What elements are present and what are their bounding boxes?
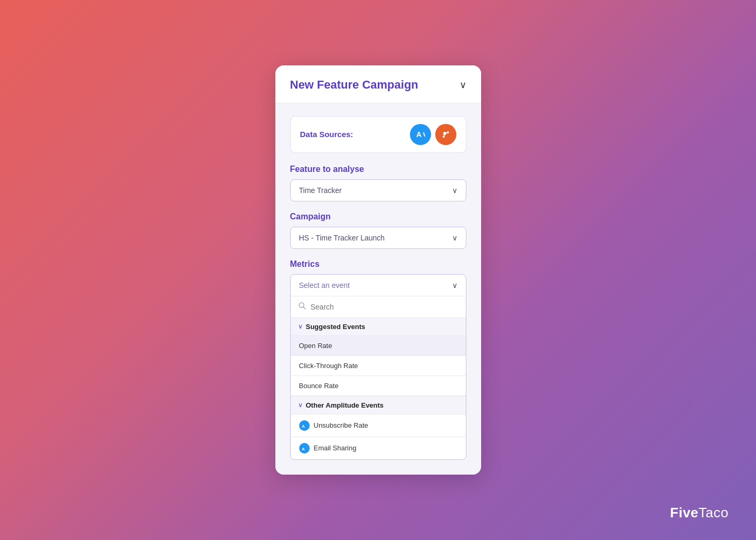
metrics-dropdown-chevron: ∨ [452,281,457,290]
feature-dropdown[interactable]: Time Tracker ∨ [290,179,466,201]
amplitude-icon[interactable]: A [410,124,431,145]
metrics-section: Metrics Select an event ∨ [290,259,466,460]
event-item-label: Bounce Rate [299,382,339,390]
campaign-selected-value: HS - Time Tracker Launch [299,234,385,242]
data-sources-label: Data Sources: [300,130,353,139]
amplitude-small-icon: A [299,420,310,431]
list-item[interactable]: Bounce Rate [291,376,466,396]
search-row [291,296,466,318]
card-title: New Feature Campaign [290,78,418,92]
amplitude-small-icon: A [299,443,310,454]
fivetaco-logo: FiveTaco [670,505,729,521]
amplitude-events-group-header[interactable]: ∨ Other Amplitude Events [291,396,466,414]
suggested-events-group-chevron: ∨ [298,323,303,330]
metrics-placeholder-text: Select an event [299,281,350,290]
feature-selected-value: Time Tracker [299,186,342,195]
metrics-event-dropdown-header[interactable]: Select an event ∨ [291,275,466,296]
metrics-section-label: Metrics [290,259,466,269]
svg-text:A: A [302,447,305,451]
svg-text:A: A [302,424,305,429]
list-item[interactable]: A Unsubscribe Rate [291,414,466,437]
hubspot-icon[interactable] [435,124,456,145]
fivetaco-light: Taco [698,505,729,520]
event-item-label: Unsubscribe Rate [314,421,368,429]
card-body: Data Sources: A [275,103,481,475]
event-item-label: Email Sharing [314,444,357,452]
search-input[interactable] [311,303,458,311]
feature-dropdown-chevron: ∨ [452,186,457,195]
svg-line-7 [303,307,305,309]
campaign-dropdown[interactable]: HS - Time Tracker Launch ∨ [290,227,466,249]
card-collapse-chevron[interactable]: ∨ [460,79,466,91]
campaign-dropdown-chevron: ∨ [452,234,457,242]
list-item[interactable]: A Email Sharing [291,437,466,459]
suggested-events-group-header[interactable]: ∨ Suggested Events [291,318,466,336]
list-item[interactable]: Click-Through Rate [291,356,466,376]
svg-text:A: A [416,130,422,139]
amplitude-events-group-label: Other Amplitude Events [306,401,384,409]
data-source-icons: A [410,124,456,145]
search-icon [298,302,307,312]
card-header: New Feature Campaign ∨ [275,65,481,103]
metrics-dropdown-container: Select an event ∨ ∨ Sugge [290,274,466,460]
list-item[interactable]: Open Rate [291,336,466,356]
campaign-section-label: Campaign [290,212,466,221]
event-item-label: Open Rate [299,342,332,350]
amplitude-events-group-chevron: ∨ [298,401,303,409]
suggested-events-group-label: Suggested Events [306,323,366,331]
feature-section-label: Feature to analyse [290,165,466,174]
event-item-label: Click-Through Rate [299,362,358,370]
fivetaco-bold: Five [670,505,698,520]
main-card: New Feature Campaign ∨ Data Sources: A [275,65,481,474]
data-sources-box: Data Sources: A [290,116,466,153]
